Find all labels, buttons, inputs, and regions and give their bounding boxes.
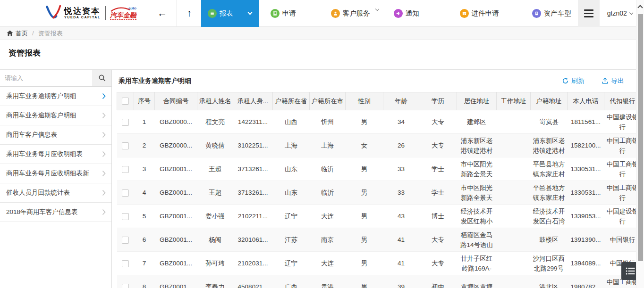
scrollbar-thumb[interactable]	[638, 14, 643, 261]
sidebar-item[interactable]: 商用车业务每月应收明细表新	[0, 164, 111, 183]
sidebar-item[interactable]: 2018年商用车客户信息表	[0, 203, 111, 222]
table-cell: 1391390...	[568, 228, 604, 252]
sidebar-item[interactable]: 催收人员月回款统计表	[0, 183, 111, 203]
chevron-right-icon	[102, 170, 106, 177]
scroll-up-arrow-icon[interactable]	[637, 5, 643, 10]
row-checkbox[interactable]	[122, 237, 129, 244]
table-cell: 市中区阳光新路全景天	[457, 181, 497, 205]
table-cell: 娄小强	[197, 205, 233, 228]
table-row: 1GBZ0000...程文亮1422311...山西忻州男34大专建邺区岢岚县1…	[117, 110, 641, 134]
row-checkbox[interactable]	[122, 284, 129, 288]
row-select-cell	[117, 110, 134, 134]
tab-notice[interactable]: 通知	[387, 0, 426, 27]
table-cell: 3	[134, 157, 155, 181]
table-cell: 男	[346, 275, 383, 288]
table-row: 6GBZ0001...杨闯3201061...江苏南京男41大专栖霞区金马路14…	[117, 228, 641, 252]
row-select-cell	[117, 205, 134, 228]
back-arrow-icon[interactable]: ←	[154, 8, 170, 19]
table-cell: 临沂	[310, 157, 346, 181]
customer-service-icon	[331, 9, 340, 18]
table-cell: 女	[346, 134, 383, 157]
sidebar-item[interactable]: 商用车客户信息表	[0, 125, 111, 145]
row-select-cell	[117, 181, 134, 205]
panel-title: 乘用车业务逾期客户明细	[119, 77, 191, 85]
tab-label: 客户服务	[343, 9, 370, 18]
table-cell	[497, 157, 531, 181]
column-header: 工作地址	[497, 92, 531, 110]
table-cell: 男	[346, 157, 383, 181]
table-cell: 中国工商银行	[604, 157, 641, 181]
table-cell: 博士	[419, 205, 457, 228]
search-button[interactable]	[93, 70, 111, 86]
sidebar-item[interactable]: 商用车业务逾期客户明细	[0, 106, 111, 125]
tab-intake-apply[interactable]: 进件申请	[453, 0, 506, 27]
table-row: 3GBZ0001...王超3713261...山东临沂男33学士市中区阳光新路全…	[117, 157, 641, 181]
menu-hamburger-icon[interactable]	[578, 0, 600, 27]
breadcrumb-home-label: 首页	[16, 29, 28, 38]
brand-name-en: YUEDA CAPITAL	[64, 16, 101, 19]
table-cell: 平邑县地方镇东家庄村	[531, 181, 568, 205]
table-cell: GBZ0001...	[155, 181, 197, 205]
row-checkbox[interactable]	[122, 213, 129, 220]
table-cell: 4508021...	[233, 275, 273, 288]
table-cell: 岢岚县	[531, 110, 568, 134]
table-cell: 2102211...	[233, 205, 273, 228]
column-header: 学历	[419, 92, 457, 110]
sub-brand-name: 汽车金融	[110, 11, 136, 20]
refresh-button[interactable]: 刷新	[562, 77, 585, 85]
home-icon	[7, 30, 13, 36]
vertical-scrollbar[interactable]	[636, 0, 644, 288]
notice-icon	[394, 9, 403, 18]
table-cell: GBZ0000...	[155, 134, 197, 157]
tab-apply[interactable]: 申请	[264, 0, 303, 27]
tab-asset-model[interactable]: 资产车型	[525, 0, 578, 27]
row-checkbox[interactable]	[122, 119, 129, 126]
table-cell: 男	[346, 181, 383, 205]
tab-label: 进件申请	[472, 9, 499, 18]
row-checkbox[interactable]	[122, 189, 129, 197]
table-cell: 经济技术开发区红梅小	[457, 205, 497, 228]
user-menu[interactable]: gtzn02	[607, 9, 633, 17]
table-cell: 贵港	[310, 275, 346, 288]
row-checkbox[interactable]	[122, 166, 129, 173]
chevron-down-icon	[629, 10, 633, 14]
table-cell: 沙河口区西北路299号	[531, 252, 568, 275]
chevron-right-icon	[102, 209, 106, 215]
select-all-checkbox[interactable]	[122, 98, 129, 105]
table-cell: 男	[346, 252, 383, 275]
breadcrumb-home[interactable]: 首页	[7, 29, 28, 38]
list-icon	[626, 267, 635, 275]
search-icon	[98, 74, 106, 82]
table-cell: 1422311...	[233, 110, 273, 134]
up-arrow-icon[interactable]: ↑	[183, 8, 195, 19]
table-cell: 1339053...	[568, 205, 604, 228]
table-cell: 1394089...	[568, 252, 604, 275]
table-cell: 2	[134, 134, 155, 157]
tab-customer-service[interactable]: 客户服务	[324, 0, 377, 27]
table-cell	[497, 252, 531, 275]
sub-brand-accent: auto	[128, 6, 136, 10]
table-row: 7GBZ0001...孙可玮2102031...辽宁大连男41大专甘井子区红岭路…	[117, 252, 641, 275]
column-header: 承租人身...	[233, 92, 273, 110]
table-cell: 39	[383, 275, 419, 288]
export-button[interactable]: 导出	[602, 77, 624, 85]
table-cell: 市中区阳光新路全景天	[457, 157, 497, 181]
sidebar-item[interactable]: 乘用车业务每月应收明细表	[0, 145, 111, 164]
sidebar-item[interactable]: 乘用车业务逾期客户明细	[0, 87, 111, 106]
table-cell: 男	[346, 110, 383, 134]
search-input[interactable]	[0, 70, 93, 86]
tab-report[interactable]: 报表	[201, 0, 259, 27]
navbar-right: gtzn02	[578, 0, 644, 27]
table-cell: 江苏	[273, 228, 310, 252]
table-cell: 中国银行	[604, 228, 641, 252]
table-cell: 4	[134, 181, 155, 205]
chevron-right-icon	[102, 132, 106, 138]
column-header: 居住地址	[457, 92, 497, 110]
row-checkbox[interactable]	[122, 142, 129, 149]
refresh-icon	[562, 77, 569, 84]
table-cell: 41	[383, 228, 419, 252]
table-cell: 临沂	[310, 181, 346, 205]
breadcrumb: 首页 / 资管报表	[0, 27, 644, 40]
table-cell: 3713261...	[233, 157, 273, 181]
row-checkbox[interactable]	[122, 260, 129, 267]
